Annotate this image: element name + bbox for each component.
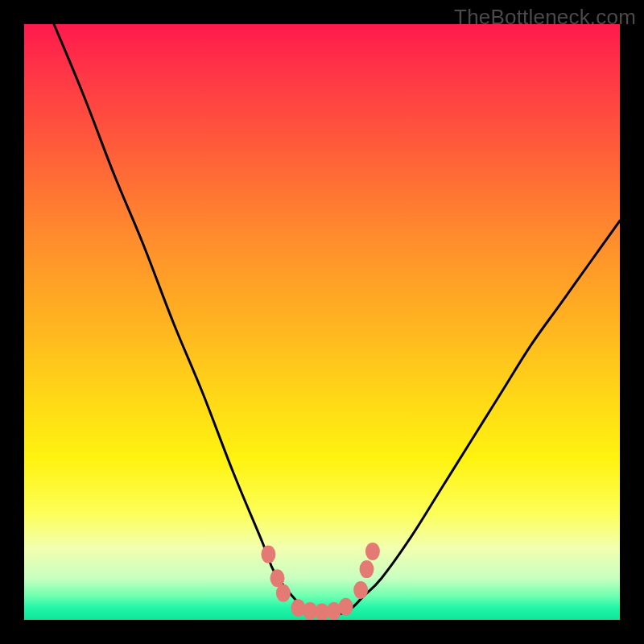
- curve-marker: [339, 598, 353, 616]
- bottleneck-curve-path: [54, 24, 620, 614]
- curve-marker: [353, 581, 368, 599]
- curve-marker: [360, 560, 374, 578]
- marker-group: [261, 543, 380, 620]
- curve-marker: [291, 599, 305, 617]
- curve-marker: [276, 584, 291, 602]
- curve-marker: [261, 546, 275, 564]
- curve-marker: [365, 543, 380, 560]
- bottleneck-curve-svg: [24, 24, 620, 620]
- plot-area: [24, 24, 620, 620]
- chart-frame: TheBottleneck.com: [0, 0, 644, 644]
- watermark-text: TheBottleneck.com: [454, 5, 636, 30]
